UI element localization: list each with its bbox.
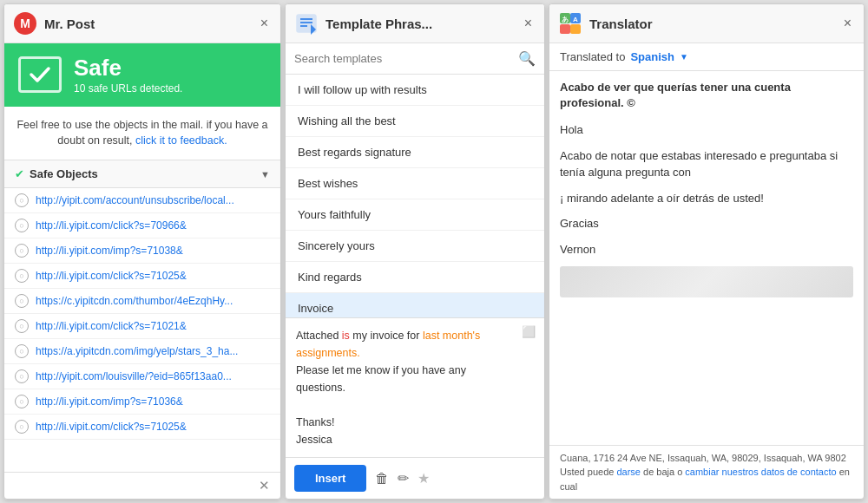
template-list-item[interactable]: Invoice	[286, 293, 544, 317]
translator-para-3: Gracias	[560, 215, 853, 232]
template-list-item[interactable]: Wishing all the best	[286, 106, 544, 137]
url-text: http://li.yipit.com/click?s=71025&	[36, 270, 187, 282]
mrpost-delete-icon[interactable]: ✕	[259, 478, 270, 493]
url-circle-icon: ○	[15, 269, 29, 283]
url-circle-icon: ○	[15, 395, 29, 408]
url-circle-icon: ○	[15, 244, 29, 258]
mrpost-header: M Mr. Post ×	[4, 4, 280, 43]
url-text: http://yipit.com/louisville/?eid=865f13a…	[36, 370, 232, 382]
mrpost-logo-icon: M	[13, 11, 37, 36]
template-list-item[interactable]: Kind regards	[286, 262, 544, 293]
url-list-item[interactable]: ○ http://li.vipit.com/click?s=71025&	[4, 415, 280, 440]
url-list-item[interactable]: ○ https://c.yipitcdn.com/thumbor/4eEzqhH…	[4, 289, 280, 314]
url-list-item[interactable]: ○ http://li.yipit.com/click?s=71025&	[4, 264, 280, 289]
url-circle-icon: ○	[15, 420, 29, 434]
template-list-item[interactable]: Yours faithfully	[286, 199, 544, 231]
translator-para-0: Hola	[560, 121, 853, 139]
url-text: http://yipit.com/account/unsubscribe/loc…	[36, 194, 234, 206]
url-circle-icon: ○	[15, 193, 29, 207]
template-logo-icon	[294, 11, 319, 36]
url-circle-icon: ○	[15, 319, 29, 333]
url-circle-icon: ○	[15, 369, 29, 383]
translator-body: Acabo de ver que querías tener una cuent…	[549, 71, 864, 445]
template-list-item[interactable]: Best wishes	[286, 168, 544, 199]
translator-title: Translator	[589, 16, 833, 31]
url-text: http://li.yipit.com/click?s=71021&	[36, 320, 187, 332]
svg-rect-9	[560, 24, 570, 34]
lang-label: Translated to	[560, 50, 625, 63]
url-text: http://li.yipit.com/click?s=70966&	[36, 219, 187, 232]
url-text: https://a.yipitcdn.com/img/yelp/stars_3_…	[36, 345, 238, 357]
search-icon[interactable]: 🔍	[518, 50, 536, 67]
mrpost-footer: ✕	[4, 472, 280, 499]
mrpost-close-button[interactable]: ×	[257, 15, 272, 32]
blurred-content	[560, 266, 853, 297]
preview-text: Attached is my invoice for last month's …	[286, 318, 544, 457]
svg-rect-10	[570, 24, 581, 34]
feedback-link[interactable]: click it to feedback.	[135, 134, 227, 147]
url-text: http://li.vipit.com/click?s=71025&	[36, 421, 187, 433]
star-icon[interactable]: ★	[418, 470, 430, 487]
safe-objects-check-icon: ✔	[15, 167, 24, 180]
search-input[interactable]	[294, 52, 513, 65]
translator-header: あ A Translator ×	[549, 4, 864, 43]
delete-icon[interactable]: 🗑	[375, 471, 389, 487]
safe-title: Safe	[74, 56, 182, 81]
safe-text: Safe 10 safe URLs detected.	[74, 56, 182, 95]
lang-value[interactable]: Spanish	[630, 50, 674, 63]
safe-banner: Safe 10 safe URLs detected.	[4, 43, 280, 107]
url-list-item[interactable]: ○ http://li.yipit.com/imp?s=71036&	[4, 389, 280, 415]
template-title: Template Phras...	[326, 16, 514, 31]
lang-chevron-icon[interactable]: ▼	[680, 52, 688, 62]
safe-objects-chevron-icon: ▼	[260, 169, 270, 180]
translator-panel: あ A Translator × Translated to Spanish ▼…	[549, 3, 865, 500]
unsubscribe-link[interactable]: darse	[616, 467, 641, 477]
url-list-item[interactable]: ○ http://yipit.com/louisville/?eid=865f1…	[4, 364, 280, 389]
svg-text:M: M	[20, 16, 30, 30]
translator-para-1: Acabo de notar que estabas interesado e …	[560, 147, 853, 181]
url-list-item[interactable]: ○ http://li.yipit.com/click?s=70966&	[4, 213, 280, 238]
highlight-assignments: last month's assignments.	[296, 330, 480, 359]
highlight-is: is	[342, 330, 350, 342]
preview-border-icon: ⬜	[522, 325, 536, 338]
translator-para-2: ¡ mirando adelante a oír detrás de usted…	[560, 190, 853, 207]
mrpost-panel: M Mr. Post × Safe 10 safe URLs detected.…	[3, 3, 281, 500]
mrpost-title: Mr. Post	[44, 16, 250, 31]
translator-footer-text: Cuana, 1716 24 Ave NE, Issaquah, WA, 980…	[560, 453, 846, 463]
safe-objects-header[interactable]: ✔ Safe Objects ▼	[4, 160, 280, 188]
url-circle-icon: ○	[15, 219, 29, 232]
url-circle-icon: ○	[15, 344, 29, 358]
url-list-item[interactable]: ○ http://yipit.com/account/unsubscribe/l…	[4, 188, 280, 213]
feel-free-section: Feel free to use the objects in the mail…	[4, 107, 280, 161]
template-close-button[interactable]: ×	[521, 15, 536, 32]
url-circle-icon: ○	[15, 294, 29, 308]
translator-footer-unsub: Usted puede	[560, 467, 616, 477]
insert-button[interactable]: Insert	[294, 465, 366, 492]
edit-icon[interactable]: ✏	[398, 470, 409, 487]
url-list-item[interactable]: ○ https://a.yipitcdn.com/img/yelp/stars_…	[4, 339, 280, 364]
translator-logo-icon: あ A	[558, 11, 582, 36]
safe-objects-label: Safe Objects	[30, 167, 260, 180]
svg-text:あ: あ	[562, 16, 569, 23]
template-list-item[interactable]: Best regards signature	[286, 137, 544, 168]
translator-para-4: Vernon	[560, 241, 853, 258]
url-text: http://li.yipit.com/imp?s=71038&	[36, 245, 183, 257]
translator-intro: Acabo de ver que querías tener una cuent…	[560, 80, 853, 111]
url-text: https://c.yipitcdn.com/thumbor/4eEzqhHy.…	[36, 295, 233, 307]
template-list: I will follow up with resultsWishing all…	[286, 75, 544, 317]
template-footer: Insert 🗑 ✏ ★	[286, 457, 544, 499]
svg-text:A: A	[573, 16, 578, 23]
contact-link[interactable]: cambiar nuestros datos de contacto	[685, 467, 836, 477]
template-list-item[interactable]: Sincerely yours	[286, 231, 544, 262]
url-list-item[interactable]: ○ http://li.yipit.com/imp?s=71038&	[4, 238, 280, 264]
translator-footer: Cuana, 1716 24 Ave NE, Issaquah, WA, 980…	[549, 445, 864, 500]
translator-footer-mid: de baja o	[641, 467, 685, 477]
template-panel: Template Phras... × 🔍 I will follow up w…	[285, 3, 545, 500]
search-bar: 🔍	[286, 43, 544, 75]
template-header: Template Phras... ×	[286, 4, 544, 43]
translator-lang-bar: Translated to Spanish ▼	[549, 43, 864, 71]
url-list: ○ http://yipit.com/account/unsubscribe/l…	[4, 188, 280, 472]
translator-close-button[interactable]: ×	[840, 15, 855, 32]
template-list-item[interactable]: I will follow up with results	[286, 75, 544, 106]
url-list-item[interactable]: ○ http://li.yipit.com/click?s=71021&	[4, 314, 280, 339]
